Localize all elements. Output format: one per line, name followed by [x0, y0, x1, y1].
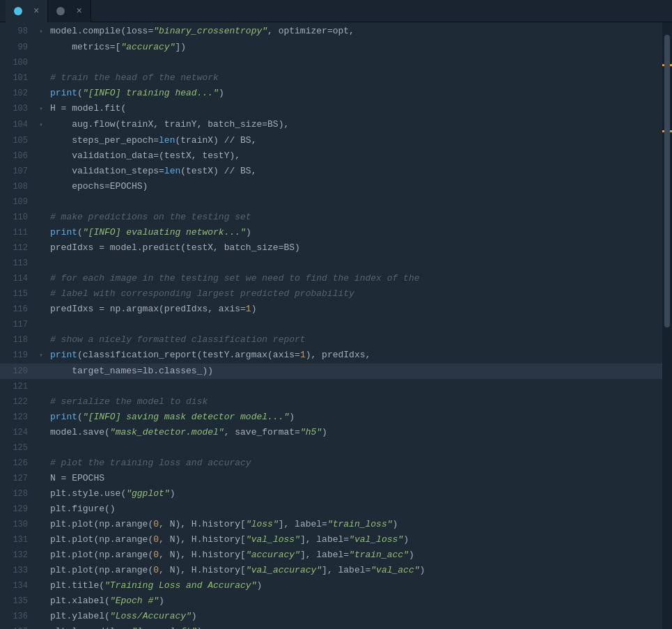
code-line: 102 print("[INFO] training head..."): [0, 86, 662, 101]
code-line: 122 # serialize the model to disk: [0, 394, 662, 410]
code-line: 111 print("[INFO] evaluating network..."…: [0, 225, 662, 240]
line-number: 109: [0, 194, 39, 210]
code-line: 136 plt.ylabel("Loss/Accuracy"): [0, 609, 662, 624]
code-content: plt.plot(np.arange(0, N), H.history["val…: [49, 532, 662, 548]
code-line: 118 # show a nicely formatted classifica…: [0, 332, 662, 348]
code-line: 132 plt.plot(np.arange(0, N), H.history[…: [0, 548, 662, 563]
code-content: aug.flow(trainX, trainY, batch_size=BS),: [49, 117, 662, 132]
code-content: plt.plot(np.arange(0, N), H.history["acc…: [49, 548, 662, 563]
line-number: 110: [0, 210, 39, 225]
code-line: 110 # make predictions on the testing se…: [0, 210, 662, 225]
tab-detect[interactable]: ×: [48, 0, 91, 22]
code-content: # train the head of the network: [49, 70, 662, 86]
code-line: 134 plt.title("Training Loss and Accurac…: [0, 578, 662, 593]
code-line: 105 steps_per_epoch=len(trainX) // BS,: [0, 133, 662, 148]
code-line: 124 model.save("mask_detector.model", sa…: [0, 425, 662, 440]
code-content: print("[INFO] evaluating network..."): [49, 225, 662, 240]
line-number: 112: [0, 240, 39, 256]
line-number: 129: [0, 502, 39, 517]
line-number: 105: [0, 133, 39, 148]
line-number: 104: [0, 117, 39, 132]
code-line: 126 # plot the training loss and accurac…: [0, 456, 662, 471]
line-number: 114: [0, 271, 39, 286]
line-number: 106: [0, 148, 39, 164]
code-content: model.save("mask_detector.model", save_f…: [49, 425, 662, 440]
line-number: 121: [0, 379, 39, 394]
tab-close-train[interactable]: ×: [33, 6, 39, 17]
code-content: steps_per_epoch=len(trainX) // BS,: [49, 133, 662, 148]
code-line: 112 predIdxs = model.predict(testX, batc…: [0, 240, 662, 256]
code-line: 100: [0, 55, 662, 70]
line-number: 118: [0, 332, 39, 348]
code-line: 133 plt.plot(np.arange(0, N), H.history[…: [0, 563, 662, 578]
line-number: 103: [0, 101, 39, 116]
code-content: predIdxs = model.predict(testX, batch_si…: [49, 240, 662, 256]
code-line: 119▾print(classification_report(testY.ar…: [0, 348, 662, 364]
code-line: 104▾ aug.flow(trainX, trainY, batch_size…: [0, 117, 662, 133]
code-line: 115 # label with corresponding largest p…: [0, 286, 662, 302]
code-line: 117: [0, 317, 662, 332]
scrollbar-thumb[interactable]: [664, 35, 670, 327]
title-bar: × ×: [0, 0, 672, 22]
code-content: plt.legend(loc="lower left"): [49, 624, 662, 629]
line-number: 133: [0, 563, 39, 578]
line-number: 127: [0, 471, 39, 486]
line-number: 124: [0, 425, 39, 440]
fold-arrow[interactable]: ▾: [39, 102, 49, 117]
code-line: 130 plt.plot(np.arange(0, N), H.history[…: [0, 517, 662, 532]
code-line: 121: [0, 379, 662, 394]
code-content: # plot the training loss and accuracy: [49, 456, 662, 471]
code-content: # make predictions on the testing set: [49, 210, 662, 225]
code-content: print("[INFO] saving mask detector model…: [49, 410, 662, 425]
code-line: 107 validation_steps=len(testX) // BS,: [0, 164, 662, 179]
code-content: # for each image in the testing set we n…: [49, 271, 662, 286]
code-content: plt.plot(np.arange(0, N), H.history["val…: [49, 563, 662, 578]
code-line: 135 plt.xlabel("Epoch #"): [0, 593, 662, 609]
line-number: 123: [0, 410, 39, 425]
code-content: model.compile(loss="binary_crossentropy"…: [49, 24, 662, 39]
code-line: 128 plt.style.use("ggplot"): [0, 486, 662, 502]
code-line: 109: [0, 194, 662, 210]
code-line: 108 epochs=EPOCHS): [0, 179, 662, 194]
line-number: 130: [0, 517, 39, 532]
line-number: 125: [0, 440, 39, 456]
line-number: 132: [0, 548, 39, 563]
code-content: plt.style.use("ggplot"): [49, 486, 662, 502]
tab-train[interactable]: ×: [6, 0, 48, 22]
line-number: 122: [0, 394, 39, 410]
code-container[interactable]: 98▾model.compile(loss="binary_crossentro…: [0, 22, 662, 629]
tab-close-detect[interactable]: ×: [76, 6, 81, 17]
code-content: plt.figure(): [49, 502, 662, 517]
line-number: 136: [0, 609, 39, 624]
line-number: 135: [0, 593, 39, 609]
code-content: plt.xlabel("Epoch #"): [49, 593, 662, 609]
line-number: 128: [0, 486, 39, 502]
line-number: 113: [0, 256, 39, 271]
code-line: 114 # for each image in the testing set …: [0, 271, 662, 286]
code-line: 123 print("[INFO] saving mask detector m…: [0, 410, 662, 425]
fold-arrow[interactable]: ▾: [39, 24, 49, 40]
code-content: metrics=["accuracy"]): [49, 40, 662, 55]
tab-icon-train: [14, 7, 22, 15]
code-line: 103▾H = model.fit(: [0, 101, 662, 117]
line-number: 117: [0, 317, 39, 332]
line-number: 111: [0, 225, 39, 240]
fold-arrow[interactable]: ▾: [39, 118, 49, 133]
tab-icon-detect: [56, 7, 65, 15]
code-content: validation_data=(testX, testY),: [49, 148, 662, 164]
line-number: 116: [0, 302, 39, 317]
line-number: 126: [0, 456, 39, 471]
line-number: 107: [0, 164, 39, 179]
line-number: 98: [0, 24, 39, 39]
code-content: print(classification_report(testY.argmax…: [49, 348, 662, 363]
code-content: plt.plot(np.arange(0, N), H.history["los…: [49, 517, 662, 532]
code-content: target_names=lb.classes_)): [49, 364, 662, 379]
code-content: # serialize the model to disk: [49, 394, 662, 410]
code-content: validation_steps=len(testX) // BS,: [49, 164, 662, 179]
scrollbar-vertical[interactable]: [662, 22, 672, 629]
code-line: 113: [0, 256, 662, 271]
fold-arrow[interactable]: ▾: [39, 348, 49, 364]
code-content: N = EPOCHS: [49, 471, 662, 486]
line-number: 137: [0, 624, 39, 629]
code-content: predIdxs = np.argmax(predIdxs, axis=1): [49, 302, 662, 317]
